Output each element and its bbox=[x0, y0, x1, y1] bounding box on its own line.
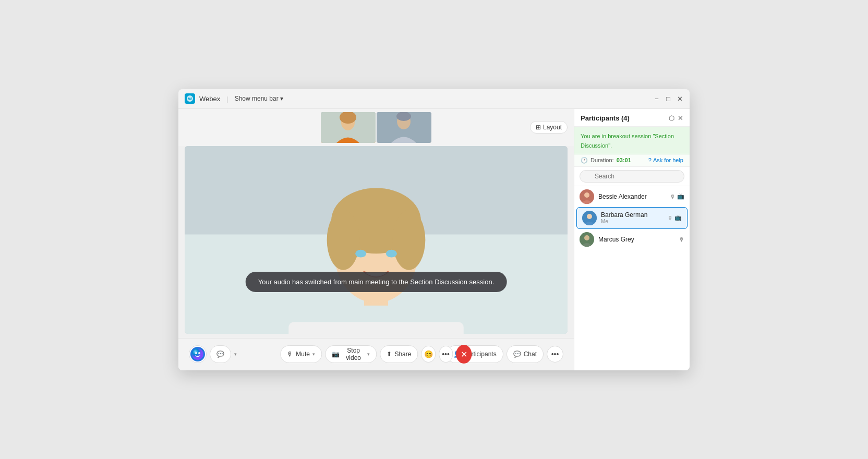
ai-assistant-button[interactable] bbox=[189, 345, 207, 363]
title-bar-controls: − □ ✕ bbox=[653, 95, 683, 102]
chat-icon: 💬 bbox=[513, 351, 521, 358]
participant-barbara-sub: Me bbox=[601, 219, 663, 224]
reactions-button[interactable]: 😊 bbox=[421, 346, 435, 363]
sidebar-title: Participants (4) bbox=[581, 114, 630, 122]
stop-video-button[interactable]: 📷 Stop video ▾ bbox=[325, 345, 377, 363]
sidebar-header-controls: ⬡ ✕ bbox=[669, 114, 683, 122]
participant-marcus[interactable]: Marcus Grey 🎙 bbox=[574, 229, 690, 250]
ai-icon bbox=[190, 347, 205, 361]
svg-point-26 bbox=[587, 214, 592, 219]
thumbnail-2 bbox=[377, 112, 431, 143]
notification-banner: Your audio has switched from main meetin… bbox=[246, 272, 507, 292]
duration-bar: 🕐 Duration: 03:01 ? Ask for help bbox=[574, 154, 690, 167]
thumbnails-bar: ⊞ Layout bbox=[178, 109, 574, 146]
svg-point-21 bbox=[198, 352, 200, 354]
title-bar: W Webex | Show menu bar ▾ − □ ✕ bbox=[178, 89, 690, 109]
close-button[interactable]: ✕ bbox=[676, 95, 683, 102]
pop-out-button[interactable]: ⬡ bbox=[669, 114, 674, 122]
chevron-down-icon: ▾ bbox=[280, 95, 283, 102]
layout-icon: ⊞ bbox=[536, 124, 541, 131]
svg-point-16 bbox=[392, 210, 425, 270]
participant-bessie-name: Bessie Alexander bbox=[598, 193, 666, 200]
svg-point-23 bbox=[584, 192, 589, 198]
svg-point-29 bbox=[584, 235, 589, 240]
more-icon: ••• bbox=[442, 350, 450, 358]
svg-point-18 bbox=[386, 249, 397, 257]
mute-button[interactable]: 🎙 Mute ▾ bbox=[280, 345, 322, 363]
caption-chevron: ▾ bbox=[234, 352, 237, 357]
webex-logo: W bbox=[185, 93, 195, 104]
svg-point-20 bbox=[195, 352, 197, 354]
search-bar: 🔍 bbox=[574, 167, 690, 186]
participant-marcus-icons: 🎙 bbox=[679, 236, 684, 243]
end-icon: ✕ bbox=[461, 349, 467, 359]
controls-wrapper: 💬 ▾ 🎙 Mute ▾ 📷 Stop video bbox=[189, 345, 563, 363]
share-button[interactable]: ⬆ Share bbox=[380, 345, 418, 363]
avatar-barbara bbox=[582, 211, 597, 225]
maximize-button[interactable]: □ bbox=[665, 95, 672, 102]
participant-bessie[interactable]: Bessie Alexander 🎙 📺 bbox=[574, 186, 690, 207]
camera-icon: 📷 bbox=[332, 351, 340, 358]
main-video: Your audio has switched from main meetin… bbox=[185, 146, 568, 334]
svg-point-15 bbox=[327, 210, 360, 270]
participant-bessie-info: Bessie Alexander bbox=[598, 193, 666, 200]
participant-marcus-name: Marcus Grey bbox=[598, 236, 674, 243]
search-wrapper: 🔍 bbox=[580, 170, 684, 183]
duration-left: 🕐 Duration: 03:01 bbox=[581, 157, 631, 164]
mic-icon: 🎙 bbox=[670, 194, 676, 200]
mic-icon: 🎙 bbox=[679, 236, 684, 243]
show-menu-bar-btn[interactable]: Show menu bar ▾ bbox=[235, 95, 283, 102]
avatar-marcus bbox=[580, 232, 594, 247]
video-area: ⊞ Layout bbox=[178, 109, 574, 370]
title-bar-left: W Webex | Show menu bar ▾ bbox=[185, 93, 653, 104]
caption-button[interactable]: 💬 bbox=[210, 345, 231, 363]
ask-for-help-button[interactable]: ? Ask for help bbox=[648, 157, 683, 163]
svg-point-19 bbox=[192, 348, 203, 360]
breakout-text: You are in breakout session "Section Dis… bbox=[581, 133, 674, 149]
more-right-button[interactable]: ••• bbox=[547, 346, 563, 363]
more-button[interactable]: ••• bbox=[439, 346, 453, 363]
chat-button[interactable]: 💬 Chat bbox=[507, 345, 544, 363]
participant-barbara-info: Barbara German Me bbox=[601, 211, 663, 224]
controls-bar: 💬 ▾ 🎙 Mute ▾ 📷 Stop video bbox=[178, 338, 574, 370]
screen-share-icon: 📺 bbox=[677, 193, 684, 200]
mic-icon: 🎙 bbox=[667, 215, 673, 221]
search-input[interactable] bbox=[580, 170, 684, 183]
title-divider: | bbox=[226, 95, 228, 103]
participants-list: Bessie Alexander 🎙 📺 Barbara German Me bbox=[574, 186, 690, 370]
video-chevron: ▾ bbox=[367, 352, 370, 357]
help-icon: ? bbox=[648, 157, 652, 163]
main-content: ⊞ Layout bbox=[178, 109, 690, 370]
duration-time: 03:01 bbox=[617, 157, 631, 163]
mute-chevron: ▾ bbox=[312, 352, 315, 357]
pop-out-icon: ⬡ bbox=[669, 114, 674, 122]
participant-barbara-icons: 🎙 📺 bbox=[667, 214, 682, 221]
participants-sidebar: Participants (4) ⬡ ✕ You are in breakout… bbox=[574, 109, 690, 370]
thumbnail-1 bbox=[321, 112, 376, 143]
participant-barbara-name: Barbara German bbox=[601, 211, 663, 219]
svg-rect-11 bbox=[288, 322, 464, 334]
controls-center: 🎙 Mute ▾ 📷 Stop video ▾ ⬆ Share bbox=[280, 345, 472, 364]
reactions-icon: 😊 bbox=[424, 350, 433, 358]
app-window: W Webex | Show menu bar ▾ − □ ✕ bbox=[178, 89, 690, 370]
breakout-banner: You are in breakout session "Section Dis… bbox=[574, 127, 690, 154]
participant-barbara[interactable]: Barbara German Me 🎙 📺 bbox=[576, 207, 688, 229]
svg-text:W: W bbox=[188, 96, 192, 101]
sidebar-header: Participants (4) ⬡ ✕ bbox=[574, 109, 690, 127]
svg-point-17 bbox=[355, 249, 366, 257]
sidebar-close-button[interactable]: ✕ bbox=[678, 114, 683, 122]
more-right-icon: ••• bbox=[551, 350, 559, 358]
minimize-button[interactable]: − bbox=[653, 95, 660, 102]
clock-icon: 🕐 bbox=[581, 157, 588, 164]
mic-icon: 🎙 bbox=[287, 351, 293, 358]
screen-share-icon: 📺 bbox=[674, 214, 682, 221]
end-call-button[interactable]: ✕ bbox=[456, 345, 472, 364]
participant-marcus-info: Marcus Grey bbox=[598, 236, 674, 243]
layout-button[interactable]: ⊞ Layout bbox=[530, 121, 568, 134]
app-brand: Webex bbox=[199, 95, 220, 103]
controls-left: 💬 ▾ bbox=[189, 345, 237, 363]
close-icon: ✕ bbox=[678, 114, 683, 122]
participant-bessie-icons: 🎙 📺 bbox=[670, 193, 684, 200]
share-icon: ⬆ bbox=[387, 351, 392, 358]
avatar-bessie bbox=[580, 189, 594, 204]
